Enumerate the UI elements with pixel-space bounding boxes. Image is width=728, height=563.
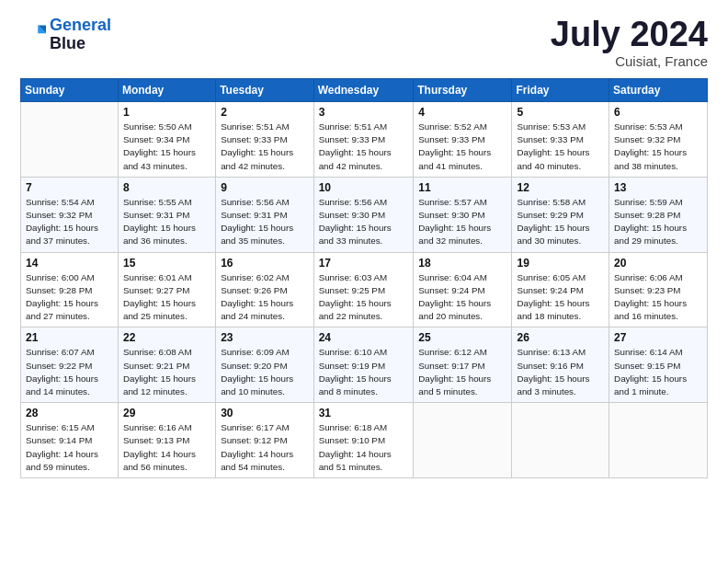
day-info: Sunrise: 6:13 AM Sunset: 9:16 PM Dayligh… <box>517 346 604 398</box>
day-info: Sunrise: 6:03 AM Sunset: 9:25 PM Dayligh… <box>319 271 409 324</box>
day-number: 3 <box>319 106 409 119</box>
day-info: Sunrise: 5:57 AM Sunset: 9:30 PM Dayligh… <box>418 196 506 248</box>
calendar-cell: 19Sunrise: 6:05 AM Sunset: 9:24 PM Dayli… <box>512 252 609 327</box>
day-info: Sunrise: 6:16 AM Sunset: 9:13 PM Dayligh… <box>123 421 210 474</box>
day-number: 9 <box>221 181 308 194</box>
weekday-header: Friday <box>512 79 609 102</box>
day-info: Sunrise: 6:12 AM Sunset: 9:17 PM Dayligh… <box>418 346 506 398</box>
day-info: Sunrise: 6:15 AM Sunset: 9:14 PM Dayligh… <box>26 421 113 474</box>
day-info: Sunrise: 5:59 AM Sunset: 9:28 PM Dayligh… <box>614 196 702 248</box>
calendar-header: SundayMondayTuesdayWednesdayThursdayFrid… <box>21 79 708 102</box>
calendar-week-row: 28Sunrise: 6:15 AM Sunset: 9:14 PM Dayli… <box>21 403 708 478</box>
calendar-page: General Blue July 2024 Cuisiat, France S… <box>0 0 728 563</box>
day-info: Sunrise: 6:00 AM Sunset: 9:28 PM Dayligh… <box>26 271 113 324</box>
day-number: 24 <box>319 331 409 344</box>
day-number: 27 <box>614 331 702 344</box>
calendar-cell: 31Sunrise: 6:18 AM Sunset: 9:10 PM Dayli… <box>313 403 414 478</box>
calendar-cell: 22Sunrise: 6:08 AM Sunset: 9:21 PM Dayli… <box>118 327 215 403</box>
day-info: Sunrise: 6:09 AM Sunset: 9:20 PM Dayligh… <box>221 346 308 398</box>
calendar-cell: 24Sunrise: 6:10 AM Sunset: 9:19 PM Dayli… <box>313 327 414 403</box>
day-info: Sunrise: 5:58 AM Sunset: 9:29 PM Dayligh… <box>517 196 604 248</box>
calendar-cell: 28Sunrise: 6:15 AM Sunset: 9:14 PM Dayli… <box>21 403 119 478</box>
calendar-week-row: 1Sunrise: 5:50 AM Sunset: 9:34 PM Daylig… <box>21 102 708 178</box>
day-number: 2 <box>221 106 308 119</box>
day-number: 8 <box>123 181 210 194</box>
day-number: 17 <box>319 257 409 270</box>
title-area: July 2024 Cuisiat, France <box>551 17 708 69</box>
calendar-cell: 6Sunrise: 5:53 AM Sunset: 9:32 PM Daylig… <box>609 102 708 178</box>
day-number: 13 <box>614 181 702 194</box>
calendar-cell: 1Sunrise: 5:50 AM Sunset: 9:34 PM Daylig… <box>118 102 215 178</box>
day-number: 16 <box>221 257 308 270</box>
day-number: 4 <box>418 106 506 119</box>
day-number: 20 <box>614 257 702 270</box>
day-number: 18 <box>418 257 506 270</box>
calendar-cell <box>21 102 119 178</box>
calendar-cell: 18Sunrise: 6:04 AM Sunset: 9:24 PM Dayli… <box>414 252 512 327</box>
day-info: Sunrise: 6:18 AM Sunset: 9:10 PM Dayligh… <box>319 421 409 474</box>
calendar-cell: 27Sunrise: 6:14 AM Sunset: 9:15 PM Dayli… <box>609 327 708 403</box>
calendar-cell <box>609 403 708 478</box>
day-info: Sunrise: 5:56 AM Sunset: 9:31 PM Dayligh… <box>221 196 308 248</box>
day-info: Sunrise: 6:07 AM Sunset: 9:22 PM Dayligh… <box>26 346 113 398</box>
day-info: Sunrise: 6:01 AM Sunset: 9:27 PM Dayligh… <box>123 271 210 324</box>
calendar-cell: 26Sunrise: 6:13 AM Sunset: 9:16 PM Dayli… <box>512 327 609 403</box>
day-number: 11 <box>418 181 506 194</box>
calendar-week-row: 7Sunrise: 5:54 AM Sunset: 9:32 PM Daylig… <box>21 177 708 252</box>
day-info: Sunrise: 5:53 AM Sunset: 9:33 PM Dayligh… <box>517 121 604 173</box>
calendar-cell <box>414 403 512 478</box>
calendar-cell: 29Sunrise: 6:16 AM Sunset: 9:13 PM Dayli… <box>118 403 215 478</box>
day-number: 14 <box>26 257 113 270</box>
day-number: 28 <box>26 407 113 419</box>
weekday-header: Sunday <box>21 79 119 102</box>
calendar-cell: 21Sunrise: 6:07 AM Sunset: 9:22 PM Dayli… <box>21 327 119 403</box>
logo-line2: Blue <box>50 35 111 53</box>
day-info: Sunrise: 6:05 AM Sunset: 9:24 PM Dayligh… <box>517 271 604 324</box>
day-info: Sunrise: 6:14 AM Sunset: 9:15 PM Dayligh… <box>614 346 702 398</box>
day-info: Sunrise: 5:52 AM Sunset: 9:33 PM Dayligh… <box>418 121 506 173</box>
calendar-cell: 30Sunrise: 6:17 AM Sunset: 9:12 PM Dayli… <box>216 403 313 478</box>
calendar-cell: 10Sunrise: 5:56 AM Sunset: 9:30 PM Dayli… <box>313 177 414 252</box>
calendar-cell: 20Sunrise: 6:06 AM Sunset: 9:23 PM Dayli… <box>609 252 708 327</box>
calendar-week-row: 14Sunrise: 6:00 AM Sunset: 9:28 PM Dayli… <box>21 252 708 327</box>
day-info: Sunrise: 5:51 AM Sunset: 9:33 PM Dayligh… <box>319 121 409 173</box>
day-number: 15 <box>123 257 210 270</box>
calendar-cell: 5Sunrise: 5:53 AM Sunset: 9:33 PM Daylig… <box>512 102 609 178</box>
calendar-cell: 9Sunrise: 5:56 AM Sunset: 9:31 PM Daylig… <box>216 177 313 252</box>
day-info: Sunrise: 6:17 AM Sunset: 9:12 PM Dayligh… <box>221 421 308 474</box>
day-number: 25 <box>418 331 506 344</box>
calendar-cell: 23Sunrise: 6:09 AM Sunset: 9:20 PM Dayli… <box>216 327 313 403</box>
day-info: Sunrise: 5:53 AM Sunset: 9:32 PM Dayligh… <box>614 121 702 173</box>
calendar-cell: 4Sunrise: 5:52 AM Sunset: 9:33 PM Daylig… <box>414 102 512 178</box>
calendar-cell: 17Sunrise: 6:03 AM Sunset: 9:25 PM Dayli… <box>313 252 414 327</box>
calendar-cell: 7Sunrise: 5:54 AM Sunset: 9:32 PM Daylig… <box>21 177 119 252</box>
day-number: 7 <box>26 181 113 194</box>
calendar-week-row: 21Sunrise: 6:07 AM Sunset: 9:22 PM Dayli… <box>21 327 708 403</box>
day-number: 19 <box>517 257 604 270</box>
logo-line1: General <box>50 17 111 35</box>
day-number: 12 <box>517 181 604 194</box>
weekday-header: Monday <box>118 79 215 102</box>
day-number: 26 <box>517 331 604 344</box>
calendar-table: SundayMondayTuesdayWednesdayThursdayFrid… <box>20 78 708 478</box>
weekday-header: Wednesday <box>313 79 414 102</box>
location: Cuisiat, France <box>551 53 708 69</box>
logo-text: General Blue <box>50 17 111 53</box>
weekday-header: Tuesday <box>216 79 313 102</box>
day-number: 6 <box>614 106 702 119</box>
calendar-cell: 11Sunrise: 5:57 AM Sunset: 9:30 PM Dayli… <box>414 177 512 252</box>
calendar-cell: 15Sunrise: 6:01 AM Sunset: 9:27 PM Dayli… <box>118 252 215 327</box>
calendar-cell: 3Sunrise: 5:51 AM Sunset: 9:33 PM Daylig… <box>313 102 414 178</box>
weekday-row: SundayMondayTuesdayWednesdayThursdayFrid… <box>21 79 708 102</box>
calendar-cell <box>512 403 609 478</box>
calendar-cell: 16Sunrise: 6:02 AM Sunset: 9:26 PM Dayli… <box>216 252 313 327</box>
day-info: Sunrise: 5:56 AM Sunset: 9:30 PM Dayligh… <box>319 196 409 248</box>
day-number: 30 <box>221 407 308 419</box>
day-number: 10 <box>319 181 409 194</box>
day-number: 5 <box>517 106 604 119</box>
calendar-cell: 2Sunrise: 5:51 AM Sunset: 9:33 PM Daylig… <box>216 102 313 178</box>
day-number: 23 <box>221 331 308 344</box>
weekday-header: Saturday <box>609 79 708 102</box>
day-number: 31 <box>319 407 409 419</box>
day-info: Sunrise: 6:02 AM Sunset: 9:26 PM Dayligh… <box>221 271 308 324</box>
